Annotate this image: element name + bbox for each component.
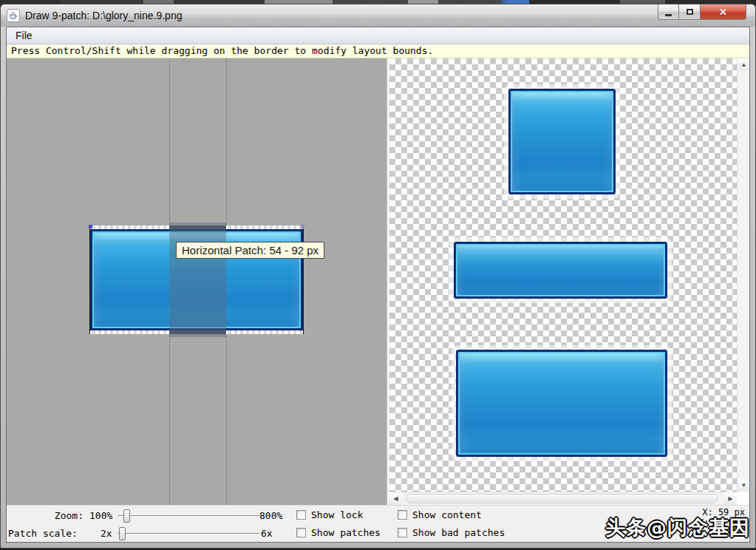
preview-square (508, 89, 616, 194)
zoom-slider-thumb[interactable] (123, 509, 130, 523)
zoom-slider[interactable] (118, 509, 259, 523)
zoom-slider-track[interactable] (118, 515, 259, 516)
restore-button[interactable] (679, 4, 701, 20)
show-bad-patches-label: Show bad patches (412, 527, 505, 538)
preview-panel: ▲ ▼ ◀ ▶ (389, 58, 749, 505)
checkbox-icon[interactable] (398, 510, 407, 520)
show-content-checkbox[interactable]: Show content (398, 509, 482, 520)
java-app-icon (7, 9, 20, 22)
title-bar[interactable]: Draw 9-patch: D:\glory_nine.9.png ✕ (1, 4, 755, 27)
scroll-up-icon[interactable]: ▲ (738, 58, 749, 71)
patch-scale-slider-thumb[interactable] (119, 527, 126, 540)
app-window: Draw 9-patch: D:\glory_nine.9.png ✕ File… (0, 4, 756, 549)
zoom-min-label: 100% (89, 510, 112, 521)
window-controls: ✕ (658, 4, 746, 20)
patch-scale-slider-track[interactable] (118, 533, 259, 534)
horizontal-scrollbar[interactable]: ◀ ▶ (389, 492, 737, 505)
minimize-button[interactable] (658, 4, 679, 20)
vertical-scrollbar[interactable]: ▲ ▼ (737, 58, 749, 492)
zoom-max-label: 800% (259, 510, 282, 521)
window-title: Draw 9-patch: D:\glory_nine.9.png (25, 10, 182, 21)
editor-panel[interactable]: Horizontal Patch: 54 - 92 px (7, 58, 386, 505)
screenshot-root: Draw 9-patch: D:\glory_nine.9.png ✕ File… (0, 0, 756, 550)
menu-bar: File (7, 27, 749, 44)
show-lock-label: Show lock (311, 509, 363, 520)
java-cup-icon (9, 11, 18, 20)
watermark-text: 头条@闪念基因 (605, 515, 750, 541)
checkbox-icon[interactable] (398, 528, 407, 537)
checkbox-icon[interactable] (296, 510, 306, 520)
patch-scale-slider[interactable] (118, 527, 259, 540)
close-icon: ✕ (719, 7, 727, 18)
menu-file[interactable]: File (10, 28, 38, 43)
preview-canvas (389, 58, 737, 492)
main-content: Horizontal Patch: 54 - 92 px (7, 58, 749, 505)
minimize-icon (665, 14, 672, 16)
preview-wide-tall (456, 350, 667, 457)
close-button[interactable]: ✕ (701, 4, 746, 20)
scroll-right-icon[interactable]: ▶ (724, 492, 737, 505)
show-content-label: Show content (412, 509, 482, 520)
patch-scale-min-label: 2x (101, 528, 112, 539)
zoom-label: Zoom: (7, 510, 84, 521)
corner-marker-top-right (301, 225, 304, 228)
patch-tooltip: Horizontal Patch: 54 - 92 px (176, 242, 324, 259)
scroll-left-icon[interactable]: ◀ (389, 492, 402, 505)
patch-highlight (169, 223, 226, 337)
patch-scale-label: Patch scale: (8, 528, 78, 539)
scroll-down-icon[interactable]: ▼ (738, 479, 749, 492)
corner-marker-top-left (89, 225, 92, 228)
checkbox-icon[interactable] (296, 528, 306, 537)
show-bad-patches-checkbox[interactable]: Show bad patches (398, 527, 505, 538)
show-patches-label: Show patches (311, 527, 381, 538)
show-lock-checkbox[interactable]: Show lock (296, 509, 363, 520)
info-bar: Press Control/Shift while dragging on th… (7, 44, 749, 59)
horizontal-scroll-thumb[interactable] (406, 494, 718, 503)
patch-scale-max-label: 6x (261, 528, 273, 539)
show-patches-checkbox[interactable]: Show patches (296, 527, 381, 538)
client-area: File Press Control/Shift while dragging … (6, 27, 750, 543)
restore-icon (687, 9, 693, 15)
preview-wide-short (454, 242, 667, 299)
